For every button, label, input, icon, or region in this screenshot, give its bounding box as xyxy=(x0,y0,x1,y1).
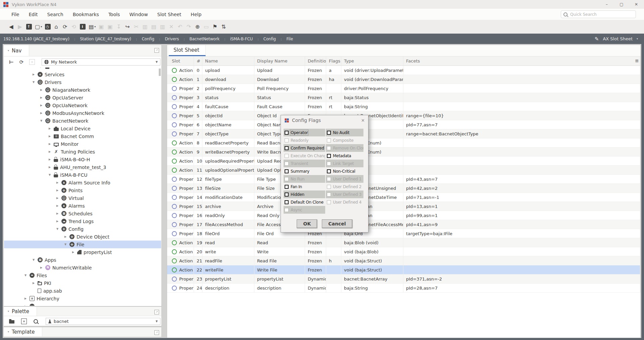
table-row[interactable]: Action 22 writeFile Write File Frozen vo… xyxy=(167,265,640,274)
table-options-icon[interactable]: ▦ xyxy=(635,58,639,63)
toolbar-20-icon[interactable]: ↷ xyxy=(186,24,192,30)
flag-option-right[interactable]: User Defined 2 xyxy=(326,183,363,190)
tree-expander-icon[interactable] xyxy=(32,73,36,76)
tree-expander-icon[interactable] xyxy=(39,119,43,122)
close-button[interactable]: ✕ xyxy=(633,2,639,7)
table-row[interactable]: Property 24 description description Dyna… xyxy=(167,284,640,293)
palette-search-icon[interactable] xyxy=(34,319,38,324)
refresh-icon[interactable]: ⟳ xyxy=(19,59,24,65)
tree-item[interactable]: BacnetNetwork xyxy=(4,117,161,125)
flag-option-right[interactable]: Remove On Clone xyxy=(326,144,363,152)
table-row[interactable]: Property 12 fileType File Type Frozen ba… xyxy=(167,175,640,184)
menu-item[interactable]: Slot Sheet xyxy=(153,9,186,19)
tree-expander-icon[interactable] xyxy=(55,220,59,223)
toolbar-14-icon[interactable]: ✂ xyxy=(134,24,140,30)
flag-option-right[interactable]: User Defined 3 xyxy=(326,190,363,198)
toolbar-2-icon[interactable]: ↑ xyxy=(26,24,32,30)
open-palette-icon[interactable] xyxy=(9,320,14,324)
tree-item[interactable] xyxy=(4,68,161,71)
breadcrumb-segment[interactable]: File xyxy=(276,37,293,41)
tree-expander-icon[interactable] xyxy=(39,112,43,115)
menu-item[interactable]: Bookmarks xyxy=(68,9,104,19)
tree-expander-icon[interactable] xyxy=(32,282,36,285)
toolbar-19-icon[interactable]: ↶ xyxy=(178,24,183,30)
tree-expander-icon[interactable] xyxy=(48,135,52,138)
menu-item[interactable]: Help xyxy=(186,9,206,19)
checkbox-icon[interactable] xyxy=(285,208,289,212)
flag-option-left[interactable]: Transient xyxy=(284,160,325,167)
flag-option-left[interactable]: Operator xyxy=(284,129,325,136)
toolbar-18-icon[interactable]: ✕ xyxy=(169,24,175,30)
tab-slot-sheet[interactable]: Slot Sheet xyxy=(169,45,206,56)
tree-item[interactable]: Monitor xyxy=(4,140,161,148)
checkbox-icon[interactable] xyxy=(327,138,331,142)
column-header-facets[interactable]: Facets xyxy=(403,56,640,66)
palette-tab[interactable]: ▾ Palette xyxy=(4,307,37,316)
checkbox-icon[interactable] xyxy=(327,200,331,204)
checkbox-icon[interactable] xyxy=(327,131,331,135)
table-row[interactable]: Action 19 read Read Frozen baja:Blob (vo… xyxy=(167,238,640,247)
tree-expander-icon[interactable] xyxy=(63,243,67,246)
toolbar-15-icon[interactable]: ▥ xyxy=(143,24,148,30)
tree-expander-icon[interactable] xyxy=(32,81,36,84)
breadcrumb-segment[interactable]: Config xyxy=(253,37,276,41)
tree-expander-icon[interactable] xyxy=(23,305,28,306)
breadcrumb-segment[interactable]: Station (JACE_47_testowy) xyxy=(69,37,131,41)
column-header-type[interactable]: Type xyxy=(341,56,403,66)
tree-item[interactable]: AHU_remote_test_3 xyxy=(4,163,161,171)
toolbar-6-icon[interactable]: ⟳ xyxy=(62,24,68,30)
table-row[interactable]: Property 2 pollFrequency Poll Frequency … xyxy=(167,84,640,93)
quick-search[interactable] xyxy=(561,10,636,18)
table-row[interactable]: Action 21 readFile Read File Frozen h vo… xyxy=(167,256,640,265)
flag-option-left[interactable]: Readonly xyxy=(284,136,325,144)
menu-item[interactable]: File xyxy=(7,9,24,19)
checkbox-icon[interactable] xyxy=(285,138,289,142)
toolbar-4-icon[interactable]: ◷ xyxy=(45,24,51,30)
tree-mode-icon[interactable]: ⊢ xyxy=(9,59,14,65)
flag-option-left[interactable]: Confirm Required xyxy=(284,144,325,152)
menu-item[interactable]: Tools xyxy=(104,9,125,19)
tree-expander-icon[interactable] xyxy=(63,235,67,238)
column-header-definition[interactable]: Definition xyxy=(305,56,326,66)
table-row[interactable]: Action 8 readBacnetProperty Read Bacnet … xyxy=(167,138,640,147)
column-header-display-name[interactable]: Display Name xyxy=(254,56,305,66)
tree-expander-icon[interactable] xyxy=(39,104,43,107)
tree-item[interactable]: OpcUaNetwork xyxy=(4,101,161,109)
view-selector-caret-icon[interactable]: ▾ xyxy=(637,37,638,40)
breadcrumb-segment[interactable]: Drivers xyxy=(154,37,179,41)
table-row[interactable]: Action 20 write Write Frozen void (baja:… xyxy=(167,247,640,256)
table-row[interactable]: Action 9 writeBacnetProperty Write Bacne… xyxy=(167,147,640,157)
table-row[interactable]: Action 1 download Download Frozen ha voi… xyxy=(167,75,640,84)
checkbox-icon[interactable] xyxy=(285,185,289,189)
tree-expander-icon[interactable] xyxy=(23,297,28,300)
flag-option-right[interactable]: Composite xyxy=(326,136,363,144)
checkbox-icon[interactable] xyxy=(285,169,289,173)
toolbar-24-icon[interactable]: ⇅ xyxy=(221,24,227,30)
tree-item[interactable]: Virtual xyxy=(4,194,161,202)
tree-expander-icon[interactable] xyxy=(39,68,43,68)
tree-item[interactable]: Apps xyxy=(4,256,161,264)
tree-expander-icon[interactable] xyxy=(55,204,59,207)
toolbar-23-icon[interactable]: ⚑ xyxy=(212,24,218,30)
expand-pane-icon[interactable]: ↗ xyxy=(154,48,159,53)
toolbar-3-icon[interactable]: ▢ ▾ xyxy=(35,24,42,30)
toolbar-22-icon[interactable]: ▭ xyxy=(204,24,209,30)
column-header-slot[interactable]: Slot xyxy=(167,56,194,66)
toolbar-21-icon[interactable]: ⊕ xyxy=(195,24,201,30)
table-row[interactable]: Property 23 propertyList propertyList Dy… xyxy=(167,274,640,284)
tree-expander-icon[interactable] xyxy=(23,274,28,277)
checkbox-icon[interactable] xyxy=(285,162,289,166)
flag-option-left[interactable]: Fan In xyxy=(284,183,325,190)
toolbar-9-icon[interactable]: ▤ ▾ xyxy=(89,24,96,30)
tree-item[interactable]: Alarms xyxy=(4,202,161,210)
tree-expander-icon[interactable] xyxy=(48,127,52,130)
tree-expander-icon[interactable] xyxy=(39,96,43,99)
table-row[interactable]: Property 16 readOnly Read Only Frozen ba… xyxy=(167,211,640,220)
flag-option-right[interactable]: Metadata xyxy=(326,152,363,160)
tree-item[interactable] xyxy=(4,302,161,306)
tree-expander-icon[interactable] xyxy=(55,227,59,230)
column-header-name[interactable]: Name xyxy=(202,56,254,66)
checkbox-icon[interactable] xyxy=(327,177,331,181)
flag-option-left[interactable]: Execute On Change xyxy=(284,152,325,160)
expand-pane-icon[interactable]: ↗ xyxy=(154,330,159,335)
